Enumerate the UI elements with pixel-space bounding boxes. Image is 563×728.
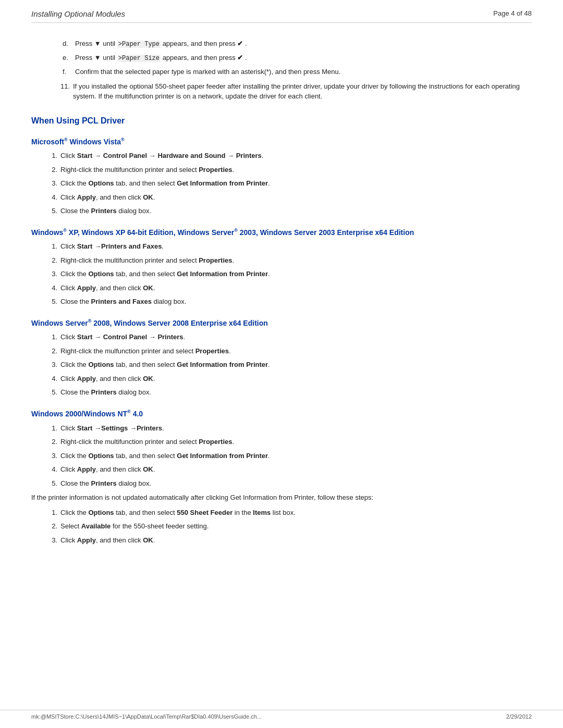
top-list: 11. If you installed the optional 550-sh… xyxy=(57,81,532,102)
header-page: Page 4 of 48 xyxy=(493,9,532,17)
sub-list-item-f: f. Confirm that the selected paper type … xyxy=(63,67,532,77)
srv2008-item-1: 1. Click Start → Control Panel → Printer… xyxy=(47,332,532,342)
srv2008-item-1-text: Click Start → Control Panel → Printers. xyxy=(60,332,185,342)
xp-item-1-text: Click Start →Printers and Faxes. xyxy=(60,241,164,252)
pcl-section-header: When Using PCL Driver xyxy=(31,116,532,126)
vista-item-2: 2. Right-click the multifunction printer… xyxy=(47,165,532,175)
srv2008-sup1: ® xyxy=(88,318,92,324)
xp-item-4-text: Click Apply, and then click OK. xyxy=(60,283,155,293)
win2000-item-2: 2. Right-click the multifunction printer… xyxy=(47,437,532,447)
xp-item-2-num: 2. xyxy=(47,255,57,266)
note-item-2-num: 2. xyxy=(47,521,57,532)
server2008-list: 1. Click Start → Control Panel → Printer… xyxy=(47,332,532,398)
vista-item-1-num: 1. xyxy=(47,151,57,161)
xp-item-2-text: Right-click the multifunction printer an… xyxy=(60,255,234,266)
footer-left: mk:@MSITStore:C:\Users\14JMIS~1\AppData\… xyxy=(31,713,262,720)
xp-list: 1. Click Start →Printers and Faxes. 2. R… xyxy=(47,241,532,307)
win2000-item-3: 3. Click the Options tab, and then selec… xyxy=(47,451,532,461)
note-list: 1. Click the Options tab, and then selec… xyxy=(47,508,532,546)
xp-item-3: 3. Click the Options tab, and then selec… xyxy=(47,269,532,279)
srv2008-item-5-num: 5. xyxy=(47,387,57,398)
sub-item-e-letter: e. xyxy=(63,53,72,63)
vista-item-2-num: 2. xyxy=(47,165,57,175)
win2000-item-2-num: 2. xyxy=(47,437,57,447)
vista-item-5-num: 5. xyxy=(47,206,57,216)
win2000-item-4-text: Click Apply, and then click OK. xyxy=(60,464,155,475)
item-11: 11. If you installed the optional 550-sh… xyxy=(57,81,532,102)
win2000-item-1: 1. Click Start →Settings →Printers. xyxy=(47,423,532,434)
vista-item-5: 5. Close the Printers dialog box. xyxy=(47,206,532,216)
srv2008-item-4-num: 4. xyxy=(47,374,57,384)
srv2008-item-3-text: Click the Options tab, and then select G… xyxy=(60,360,270,370)
xp-item-5-num: 5. xyxy=(47,297,57,307)
item-11-num: 11. xyxy=(57,81,70,102)
xp-item-5-text: Close the Printers and Faxes dialog box. xyxy=(60,297,186,307)
note-item-1: 1. Click the Options tab, and then selec… xyxy=(47,508,532,518)
win2000-item-4: 4. Click Apply, and then click OK. xyxy=(47,464,532,475)
note-item-2-text: Select Available for the 550-sheet feede… xyxy=(60,521,209,532)
srv2008-item-5: 5. Close the Printers dialog box. xyxy=(47,387,532,398)
vista-item-1: 1. Click Start → Control Panel → Hardwar… xyxy=(47,151,532,161)
xp-item-3-num: 3. xyxy=(47,269,57,279)
note-item-1-num: 1. xyxy=(47,508,57,518)
note-item-3-text: Click Apply, and then click OK. xyxy=(60,535,155,546)
srv2008-item-1-num: 1. xyxy=(47,332,57,342)
vista-item-4-num: 4. xyxy=(47,192,57,203)
sub-item-e-text: Press ▼ until >Paper Size appears, and t… xyxy=(75,53,247,63)
note-item-1-text: Click the Options tab, and then select 5… xyxy=(60,508,296,518)
win2000-item-4-num: 4. xyxy=(47,464,57,475)
sub-list-item-e: e. Press ▼ until >Paper Size appears, an… xyxy=(63,53,532,63)
sub-list-def: d. Press ▼ until >Paper Type appears, an… xyxy=(63,39,532,77)
win2000-item-3-num: 3. xyxy=(47,451,57,461)
note-item-3: 3. Click Apply, and then click OK. xyxy=(47,535,532,546)
vista-item-3-text: Click the Options tab, and then select G… xyxy=(60,178,270,189)
vista-item-4: 4. Click Apply, and then click OK. xyxy=(47,192,532,203)
win2000-item-5-text: Close the Printers dialog box. xyxy=(60,478,151,489)
vista-item-3: 3. Click the Options tab, and then selec… xyxy=(47,178,532,189)
srv2008-item-2-text: Right-click the mulfunction printer and … xyxy=(60,346,231,356)
vista-item-5-text: Close the Printers dialog box. xyxy=(60,206,151,216)
page-footer: mk:@MSITStore:C:\Users\14JMIS~1\AppData\… xyxy=(0,710,563,720)
win2000-sup1: ® xyxy=(127,409,131,414)
xp-item-1-num: 1. xyxy=(47,241,57,252)
xp-item-4-num: 4. xyxy=(47,283,57,293)
srv2008-item-3: 3. Click the Options tab, and then selec… xyxy=(47,360,532,370)
item-11-text: If you installed the optional 550-sheet … xyxy=(73,81,532,102)
sub-item-d-letter: d. xyxy=(63,39,72,49)
xp-item-4: 4. Click Apply, and then click OK. xyxy=(47,283,532,293)
vista-sup2: ® xyxy=(121,137,125,142)
srv2008-item-4-text: Click Apply, and then click OK. xyxy=(60,374,155,384)
sub-item-d-text: Press ▼ until >Paper Type appears, and t… xyxy=(75,39,247,49)
note-item-2: 2. Select Available for the 550-sheet fe… xyxy=(47,521,532,532)
win2000-item-2-text: Right-click the multifunction printer an… xyxy=(60,437,234,447)
xp-item-1: 1. Click Start →Printers and Faxes. xyxy=(47,241,532,252)
srv2008-item-2: 2. Right-click the mulfunction printer a… xyxy=(47,346,532,356)
win2000-item-3-text: Click the Options tab, and then select G… xyxy=(60,451,270,461)
win2000-item-1-num: 1. xyxy=(47,423,57,434)
win2000-item-1-text: Click Start →Settings →Printers. xyxy=(60,423,164,434)
srv2008-item-2-num: 2. xyxy=(47,346,57,356)
footer-right: 2/29/2012 xyxy=(506,713,532,720)
note-intro: If the printer information is not update… xyxy=(31,492,532,503)
srv2008-item-3-num: 3. xyxy=(47,360,57,370)
win2000-list: 1. Click Start →Settings →Printers. 2. R… xyxy=(47,423,532,489)
server2008-section-header: Windows Server® 2008, Windows Server 200… xyxy=(31,318,532,327)
vista-sup1: ® xyxy=(64,137,68,142)
xp-item-3-text: Click the Options tab, and then select G… xyxy=(60,269,270,279)
xp-sup2: ® xyxy=(234,228,238,233)
vista-list: 1. Click Start → Control Panel → Hardwar… xyxy=(47,151,532,216)
vista-item-2-text: Right-click the multifunction printer an… xyxy=(60,165,234,175)
vista-section-header: Microsoft® Windows Vista® xyxy=(31,137,532,146)
sub-list-item-d: d. Press ▼ until >Paper Type appears, an… xyxy=(63,39,532,49)
vista-item-3-num: 3. xyxy=(47,178,57,189)
xp-section-header: Windows® XP, Windows XP 64-bit Edition, … xyxy=(31,228,532,237)
sub-item-f-letter: f. xyxy=(63,67,72,77)
xp-item-2: 2. Right-click the multifunction printer… xyxy=(47,255,532,266)
win2000-section-header: Windows 2000/Windows NT® 4.0 xyxy=(31,409,532,418)
srv2008-item-4: 4. Click Apply, and then click OK. xyxy=(47,374,532,384)
win2000-item-5: 5. Close the Printers dialog box. xyxy=(47,478,532,489)
srv2008-item-5-text: Close the Printers dialog box. xyxy=(60,387,151,398)
note-item-3-num: 3. xyxy=(47,535,57,546)
win2000-item-5-num: 5. xyxy=(47,478,57,489)
page-container: Installing Optional Modules Page 4 of 48… xyxy=(0,0,563,581)
